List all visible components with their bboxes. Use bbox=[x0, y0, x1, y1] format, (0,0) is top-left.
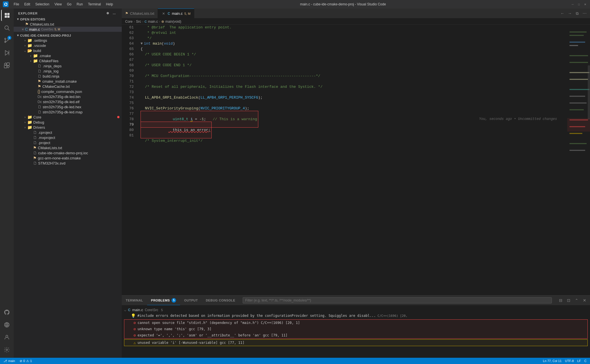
tree-ioc[interactable]: 🗋 cube-ide-cmake-demo-proj.ioc bbox=[14, 150, 122, 155]
status-errors[interactable]: ⊘ 0 ⚠ 1 bbox=[18, 359, 33, 363]
open-file-cmake[interactable]: ⚑ CMakeLists.txt bbox=[14, 22, 122, 27]
source-control-icon[interactable]: 9 bbox=[1, 35, 13, 46]
tree-cmakefiles[interactable]: › 📁 CMakeFiles bbox=[14, 58, 122, 63]
split-editor-button[interactable]: ⧉ bbox=[574, 10, 580, 16]
code-editor[interactable]: 61 62 63 64 65 66 67 68 69 70 71 72 73 7… bbox=[122, 25, 590, 295]
more-actions-icon[interactable]: … bbox=[112, 11, 117, 16]
tab-main-close-icon[interactable]: ✕ bbox=[161, 11, 166, 16]
menu-bar[interactable]: File Edit Selection View Go Run Terminal… bbox=[11, 2, 115, 7]
breadcrumb-sep1: › bbox=[134, 20, 135, 24]
filter-icon[interactable]: ⊟ bbox=[558, 297, 564, 303]
tree-build-ninja[interactable]: 🗋 build.ninja bbox=[14, 74, 122, 79]
code-content[interactable]: * @brief The application entry point. * … bbox=[136, 25, 567, 295]
tab-problems[interactable]: PROBLEMS 5 bbox=[147, 296, 180, 305]
ln-65: 65 bbox=[122, 46, 134, 52]
tab-main[interactable]: ✕ C main.c 5, M bbox=[158, 9, 194, 18]
status-line-col[interactable]: Ln 77, Col 11 bbox=[542, 359, 563, 363]
tree-ninja-log[interactable]: 🗋 .ninja_log bbox=[14, 68, 122, 74]
tree-project[interactable]: 🗋 .project bbox=[14, 140, 122, 145]
tree-mxproject[interactable]: 🗋 .mxproject bbox=[14, 135, 122, 140]
tree-drivers[interactable]: › 📁 Drivers bbox=[14, 125, 122, 130]
menu-terminal[interactable]: Terminal bbox=[86, 2, 103, 7]
open-editors-label: OPEN EDITORS bbox=[20, 18, 46, 21]
menu-help[interactable]: Help bbox=[104, 2, 115, 7]
problem-item-info[interactable]: 💡 #include errors detected based on info… bbox=[122, 313, 590, 319]
tree-cmake-install[interactable]: ⚑ cmake_install.cmake bbox=[14, 79, 122, 84]
panel-maximize-icon[interactable]: ⌃ bbox=[574, 297, 580, 303]
status-encoding[interactable]: UTF-8 bbox=[564, 359, 575, 363]
project-header[interactable]: ▾ CUBE-IDE-CMAKE-DEMO-PROJ bbox=[14, 33, 122, 38]
problems-filter-input[interactable] bbox=[243, 297, 552, 303]
problem-warning-1[interactable]: ⚠ unused variable 'i' [-Wunused-variable… bbox=[124, 340, 587, 346]
github-icon[interactable] bbox=[1, 307, 13, 318]
tree-hex[interactable]: 🗋 stm32h735g-dk-led.hex bbox=[14, 104, 122, 109]
go-back-button[interactable]: ← bbox=[559, 10, 566, 16]
menu-selection[interactable]: Selection bbox=[33, 2, 51, 7]
encoding-text: UTF-8 bbox=[565, 359, 574, 363]
menu-run[interactable]: Run bbox=[74, 2, 85, 7]
open-file-main[interactable]: ✕ C main.c Core\Src 5, M bbox=[14, 27, 122, 32]
panel-tab-actions: ⊟ ⊡ ⌃ ✕ bbox=[555, 296, 590, 305]
tree-ninja-deps[interactable]: 🗋 .ninja_deps bbox=[14, 63, 122, 68]
tree-svd[interactable]: 🗋 STM32H73x.svd bbox=[14, 161, 122, 166]
extensions-icon[interactable] bbox=[1, 60, 13, 71]
close-file-icon[interactable]: ✕ bbox=[20, 27, 25, 32]
search-icon[interactable] bbox=[1, 22, 13, 34]
tree-gcc-cmake[interactable]: ⚑ gcc-arm-none-eabi.cmake bbox=[14, 155, 122, 161]
minimize-button[interactable]: ─ bbox=[571, 2, 575, 6]
close-button[interactable]: ✕ bbox=[583, 2, 587, 6]
status-line-ending[interactable]: LF bbox=[576, 359, 582, 363]
run-icon[interactable] bbox=[1, 47, 13, 59]
tree-cmake-dir[interactable]: › 📁 .cmake bbox=[14, 53, 122, 58]
tree-debug[interactable]: › 📁 Debug bbox=[14, 120, 122, 125]
tab-terminal[interactable]: TERMINAL bbox=[122, 296, 147, 305]
breadcrumb-src[interactable]: Src bbox=[136, 20, 141, 24]
code-line-66: /* USER CODE BEGIN 1 */ bbox=[141, 52, 563, 57]
menu-file[interactable]: File bbox=[11, 2, 21, 7]
tab-debug-console[interactable]: DEBUG CONSOLE bbox=[202, 296, 239, 305]
svg-point-4 bbox=[5, 26, 9, 30]
ln-63: 63 bbox=[122, 36, 134, 41]
problem-error-3[interactable]: ⊘ expected '=', ',', ';', 'asm' or '__at… bbox=[124, 332, 587, 338]
explorer-icon[interactable] bbox=[1, 10, 13, 21]
more-actions-tab-button[interactable]: ⋯ bbox=[581, 10, 588, 16]
maximize-button[interactable]: □ bbox=[577, 2, 581, 6]
tree-core[interactable]: › 📁 Core bbox=[14, 115, 122, 120]
status-language[interactable]: C bbox=[583, 359, 588, 363]
tab-main-label: main.c bbox=[172, 11, 183, 16]
status-branch[interactable]: ⎇ main bbox=[2, 359, 16, 363]
open-editors-header[interactable]: ▾ OPEN EDITORS bbox=[14, 17, 122, 22]
breadcrumb-file[interactable]: main.c bbox=[148, 20, 158, 24]
go-forward-button[interactable]: → bbox=[567, 10, 573, 16]
menu-edit[interactable]: Edit bbox=[22, 2, 32, 7]
problem-file-header[interactable]: ⌵ C main.c Core\Src 5 bbox=[122, 307, 590, 313]
project-name: CUBE-IDE-CMAKE-DEMO-PROJ bbox=[20, 34, 71, 37]
problem-error-1[interactable]: ⊘ cannot open source file "stdint.h" (de… bbox=[124, 320, 587, 326]
tree-vscode[interactable]: › 📁 .vscode bbox=[14, 43, 122, 48]
menu-go[interactable]: Go bbox=[65, 2, 74, 7]
account-icon[interactable] bbox=[1, 332, 13, 343]
ninja-deps-label: .ninja_deps bbox=[43, 64, 62, 68]
settings-icon[interactable] bbox=[1, 344, 13, 355]
tree-bin[interactable]: 0x stm32h735g-dk-led.bin bbox=[14, 94, 122, 99]
ln-76: 76 bbox=[122, 106, 134, 111]
breadcrumb-core[interactable]: Core bbox=[125, 20, 133, 24]
breadcrumb-func[interactable]: main(void) bbox=[165, 20, 181, 24]
tree-settings[interactable]: › 📁 .settings bbox=[14, 38, 122, 43]
tree-compile-commands[interactable]: {} compile_commands.json bbox=[14, 89, 122, 94]
tree-build[interactable]: ⌵ 📂 build bbox=[14, 48, 122, 53]
remote-icon[interactable] bbox=[1, 319, 13, 330]
window-controls[interactable]: ─ □ ✕ bbox=[571, 2, 587, 6]
collapse-all-icon[interactable]: ⊡ bbox=[566, 297, 572, 303]
tree-cmake-cache[interactable]: ⚑ CMakeCache.txt bbox=[14, 84, 122, 89]
tree-map[interactable]: 🗋 stm32h735g-dk-led.map bbox=[14, 109, 122, 115]
new-file-icon[interactable]: ⊕ bbox=[105, 11, 110, 16]
problem-error-2[interactable]: ⊘ unknown type name 'this' gcc [79, 3] bbox=[124, 326, 587, 332]
tree-cproject[interactable]: 🗋 .cproject bbox=[14, 130, 122, 135]
menu-view[interactable]: View bbox=[52, 2, 64, 7]
tab-cmake[interactable]: ⚑ CMakeLists.txt bbox=[122, 9, 158, 18]
panel-close-icon[interactable]: ✕ bbox=[581, 297, 588, 303]
tree-elf[interactable]: 0x stm32h735g-dk-led.elf bbox=[14, 99, 122, 104]
tree-cmake-root[interactable]: ⚑ CMakeLists.txt bbox=[14, 145, 122, 150]
tab-output[interactable]: OUTPUT bbox=[180, 296, 202, 305]
